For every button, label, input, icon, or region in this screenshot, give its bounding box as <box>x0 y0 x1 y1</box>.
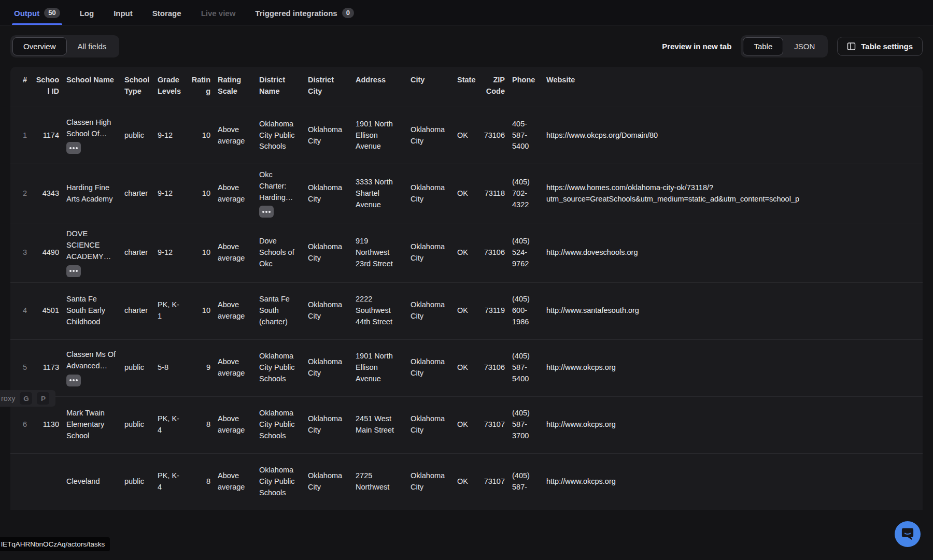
cell-text: Oklahoma City <box>411 242 445 262</box>
cell-text: OK <box>457 306 468 314</box>
cell-name: DOVE SCIENCE ACADEMY… <box>66 228 124 277</box>
cell-name: Santa Fe South Early Childhood <box>66 294 124 327</box>
cell-text: 5-8 <box>158 363 168 371</box>
format-option-json[interactable]: JSON <box>783 37 826 55</box>
cell-zip: 73118 <box>483 188 512 199</box>
cell-address: 1901 North Ellison Avenue <box>356 351 411 384</box>
column-header-phone: Phone <box>512 75 546 86</box>
website-link[interactable]: https://www.okcps.org/Domain/80 <box>546 131 658 139</box>
cell-text: 73119 <box>485 306 505 314</box>
cell-text: (405) 587-5400 <box>512 352 530 383</box>
chat-bubble-button[interactable] <box>895 521 921 547</box>
cell-text: charter <box>124 189 148 197</box>
cell-scale: Above average <box>218 470 259 493</box>
tab-bar: Output50LogInputStorageLive viewTriggere… <box>0 0 933 25</box>
cell-text: (405) 600-1986 <box>512 295 530 326</box>
cell-text: 9-12 <box>158 189 173 197</box>
expand-cell-button[interactable] <box>66 142 81 154</box>
cell-text: Santa Fe South (charter) <box>259 295 290 326</box>
tab-label: Log <box>80 9 94 18</box>
cell-rating: 8 <box>189 419 218 430</box>
cell-text: 8 <box>206 420 210 428</box>
extension-button-p[interactable]: P <box>37 392 49 405</box>
cell-num: 6 <box>19 419 34 430</box>
cell-state: OK <box>457 362 483 374</box>
cell-text: charter <box>124 306 148 314</box>
column-header-district-city: District City <box>308 75 356 97</box>
cell-text: Oklahoma City <box>411 414 445 434</box>
table-settings-button[interactable]: Table settings <box>837 37 923 56</box>
cell-zip: 73107 <box>483 476 512 487</box>
cell-text: 1901 North Ellison Avenue <box>356 120 393 151</box>
cell-text: 3 <box>23 248 27 256</box>
cell-text: 73107 <box>484 477 505 485</box>
cell-text: Oklahoma City <box>308 471 342 491</box>
website-link[interactable]: http://www.doveschools.org <box>546 248 638 256</box>
cell-name: Classen Ms Of Advanced… <box>66 349 124 386</box>
cell-text: 9-12 <box>158 131 173 139</box>
tab-live-view[interactable]: Live view <box>201 0 236 25</box>
cell-num: 1 <box>19 130 34 141</box>
tab-input[interactable]: Input <box>114 0 133 25</box>
cell-text: Dove Schools of Okc <box>259 237 294 268</box>
cell-num: 3 <box>19 247 34 259</box>
cell-text: 2222 Southwest 44th Street <box>356 295 392 326</box>
website-link[interactable]: https://www.homes.com/oklahoma-city-ok/7… <box>546 183 799 203</box>
cell-grades: 9-12 <box>158 247 189 259</box>
website-link[interactable]: http://www.santafesouth.org <box>546 306 639 314</box>
results-table: #School IDSchool NameSchool TypeGrade Le… <box>10 67 923 510</box>
cell-district_city: Oklahoma City <box>308 182 356 205</box>
cell-text: 73106 <box>484 248 505 256</box>
website-link[interactable]: http://www.okcps.org <box>546 363 616 371</box>
website-link[interactable]: http://www.okcps.org <box>546 477 616 485</box>
cell-text: public <box>124 363 144 371</box>
website-link[interactable]: http://www.okcps.org <box>546 420 616 428</box>
cell-text: 73106 <box>484 131 505 139</box>
cell-district: Oklahoma City Public Schools <box>259 351 308 384</box>
cell-website: https://www.okcps.org/Domain/80 <box>546 130 921 141</box>
cell-text: 405-587-5400 <box>512 120 529 151</box>
cell-text: public <box>124 477 144 485</box>
cell-district: Dove Schools of Okc <box>259 236 308 269</box>
cell-website: http://www.okcps.org <box>546 419 921 430</box>
cell-text: OK <box>457 248 468 256</box>
format-option-table[interactable]: Table <box>743 37 783 55</box>
column-header-city: City <box>411 75 457 86</box>
tab-log[interactable]: Log <box>80 0 94 25</box>
cell-grades: 5-8 <box>158 362 189 374</box>
cell-text: PK, K-1 <box>158 300 179 320</box>
cell-city: Oklahoma City <box>411 124 457 147</box>
cell-state: OK <box>457 419 483 430</box>
cell-grades: 9-12 <box>158 188 189 199</box>
tab-output[interactable]: Output50 <box>14 0 60 25</box>
preview-in-new-tab-link[interactable]: Preview in new tab <box>662 42 731 51</box>
cell-text: OK <box>457 477 468 485</box>
cell-name: Harding Fine Arts Academy <box>66 182 124 205</box>
expand-cell-button[interactable] <box>66 375 81 386</box>
chat-icon <box>900 526 915 542</box>
cell-district_city: Oklahoma City <box>308 299 356 322</box>
tab-triggered-integrations[interactable]: Triggered integrations0 <box>255 0 354 25</box>
view-option-all-fields[interactable]: All fields <box>67 37 118 55</box>
tab-storage[interactable]: Storage <box>152 0 181 25</box>
cell-type: public <box>124 362 158 374</box>
view-option-overview[interactable]: Overview <box>12 37 67 55</box>
cell-text: (405) 587- <box>512 471 530 491</box>
cell-rating: 9 <box>189 362 218 374</box>
expand-cell-button[interactable] <box>259 206 274 218</box>
cell-city: Oklahoma City <box>411 470 457 493</box>
cell-scale: Above average <box>218 124 259 147</box>
cell-address: 919 Northwest 23rd Street <box>356 236 411 269</box>
cell-text: public <box>124 131 144 139</box>
table-row: 44501Santa Fe South Early Childhoodchart… <box>10 282 923 339</box>
column-header-address: Address <box>356 75 411 86</box>
column-header-: # <box>19 75 34 86</box>
column-header-school-name: School Name <box>66 75 124 86</box>
cell-text: 73107 <box>484 420 505 428</box>
toolbar-right: Preview in new tab TableJSON Table setti… <box>662 35 923 58</box>
extension-button-g[interactable]: G <box>20 392 32 405</box>
table-row: 51173Classen Ms Of Advanced…public5-89Ab… <box>10 339 923 396</box>
expand-cell-button[interactable] <box>66 265 81 277</box>
extension-overlay-label: roxy <box>1 394 15 403</box>
cell-type: charter <box>124 305 158 317</box>
